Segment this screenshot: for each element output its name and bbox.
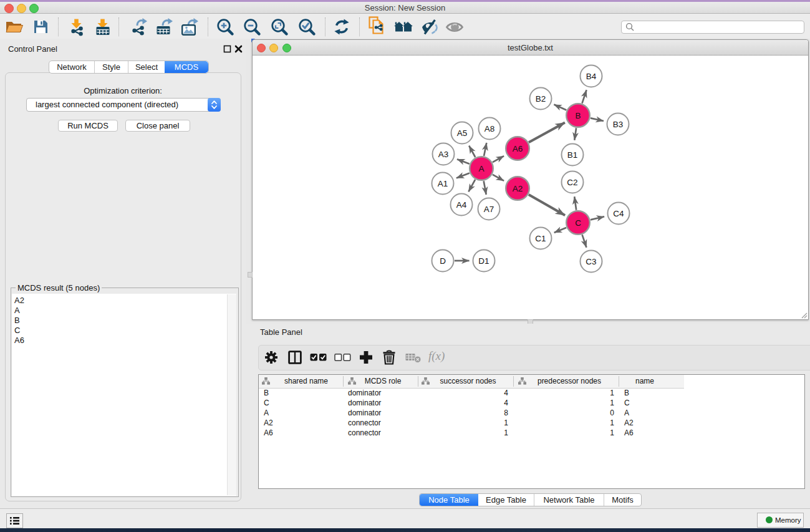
svg-text:C: C <box>575 218 581 228</box>
svg-text:A2: A2 <box>513 184 523 193</box>
svg-text:A1: A1 <box>438 179 448 188</box>
svg-text:C4: C4 <box>613 209 624 218</box>
svg-text:B3: B3 <box>613 120 624 129</box>
svg-text:A: A <box>478 164 484 173</box>
svg-text:B4: B4 <box>586 72 597 81</box>
svg-text:A6: A6 <box>513 144 523 153</box>
svg-text:A8: A8 <box>485 124 495 133</box>
svg-text:D1: D1 <box>478 256 489 266</box>
svg-text:B1: B1 <box>567 150 578 160</box>
svg-text:A7: A7 <box>484 205 494 214</box>
svg-text:D: D <box>440 256 446 266</box>
svg-text:A3: A3 <box>438 150 449 159</box>
svg-text:C2: C2 <box>567 178 577 187</box>
svg-text:B: B <box>575 111 581 120</box>
svg-text:B2: B2 <box>536 94 546 104</box>
svg-text:C1: C1 <box>535 234 546 243</box>
svg-text:A4: A4 <box>456 200 467 210</box>
svg-text:C3: C3 <box>586 257 596 266</box>
svg-text:A5: A5 <box>457 128 468 138</box>
